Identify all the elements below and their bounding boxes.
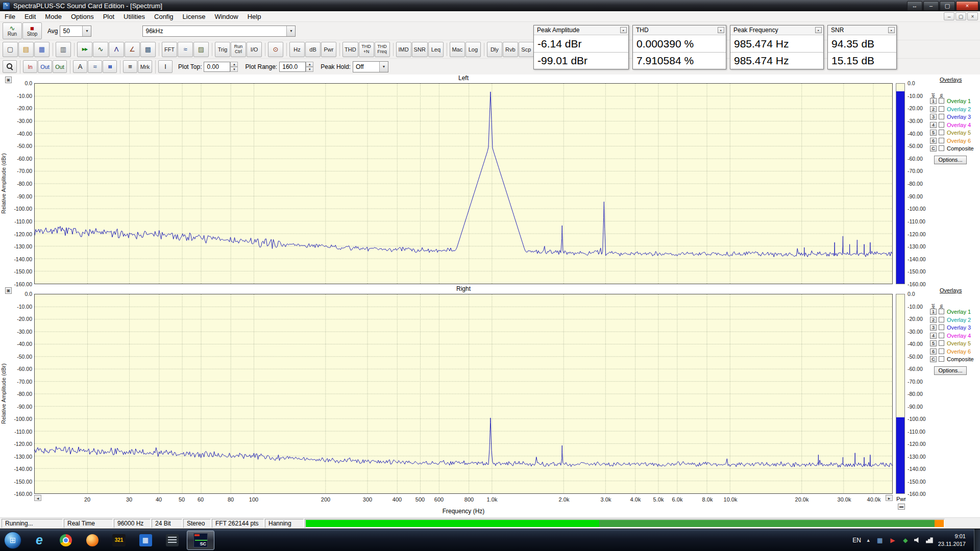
delay-button[interactable]: Dly <box>487 42 502 57</box>
input-channel-button[interactable]: In <box>23 60 37 73</box>
tray-red-icon[interactable]: ▶ <box>889 537 897 544</box>
taskbar-firefox[interactable] <box>81 531 104 550</box>
tray-language[interactable]: EN <box>852 537 861 544</box>
open-file-button[interactable]: ▤ <box>18 42 34 57</box>
log-button[interactable]: Log <box>465 42 481 57</box>
panel-close-button[interactable]: ▪ <box>888 27 895 33</box>
hz-button[interactable]: Hz <box>289 42 305 57</box>
phase-view-button[interactable]: ∠ <box>125 42 140 57</box>
left-spectrum-plot[interactable] <box>34 83 893 284</box>
maximize-button[interactable]: ▢ <box>940 1 955 11</box>
plot-range-spinner[interactable]: ▲▼ <box>306 62 313 72</box>
overlay-on-checkbox[interactable] <box>939 98 944 104</box>
thd-n-button[interactable]: THD +N <box>359 42 374 57</box>
taskbar-chrome[interactable] <box>54 531 78 550</box>
macro-button[interactable]: Mac <box>450 42 465 57</box>
panel-close-button[interactable]: ▪ <box>620 27 627 33</box>
start-button[interactable]: ⊞ <box>4 532 21 549</box>
zoom-button[interactable] <box>3 60 17 73</box>
child-close-button[interactable]: × <box>967 12 978 20</box>
thd-freq-button[interactable]: THD Freq <box>375 42 390 57</box>
marker-list-button[interactable]: ≡ <box>123 60 137 73</box>
run-button[interactable]: ∿ Run <box>3 22 22 39</box>
taskbar-spectraplus-active[interactable]: SC <box>187 531 214 550</box>
overlay-on-checkbox[interactable] <box>939 340 944 346</box>
overlay-on-checkbox[interactable] <box>939 356 944 362</box>
overlay-on-checkbox[interactable] <box>939 309 944 314</box>
show-desktop-button[interactable] <box>974 529 980 551</box>
overlay-on-checkbox[interactable] <box>939 348 944 354</box>
taskbar-ie[interactable]: e <box>28 531 51 550</box>
imd-button[interactable]: IMD <box>396 42 411 57</box>
overlays-options-button[interactable]: Options... <box>934 156 967 164</box>
plot-range-input[interactable]: 160.0 <box>279 62 306 72</box>
tray-volume-icon[interactable] <box>914 537 921 543</box>
child-minimize-button[interactable]: – <box>944 12 954 20</box>
overlay-on-checkbox[interactable] <box>939 333 944 338</box>
reverb-button[interactable]: Rvb <box>503 42 518 57</box>
minimize-button[interactable]: – <box>923 1 939 11</box>
menu-license[interactable]: License <box>178 12 210 21</box>
thd-button[interactable]: THD <box>342 42 358 57</box>
menu-options[interactable]: Options <box>66 12 99 21</box>
output-channel-button[interactable]: Out <box>38 60 52 73</box>
overlay-on-checkbox[interactable] <box>939 145 944 151</box>
taskbar-list-app[interactable] <box>160 531 184 550</box>
plot-top-spinner[interactable]: ▲▼ <box>230 62 238 72</box>
print-button[interactable]: ▥ <box>56 42 71 57</box>
db-button[interactable]: dB <box>305 42 321 57</box>
child-restore-button[interactable]: ▢ <box>955 12 966 20</box>
overlay-on-checkbox[interactable] <box>939 130 944 135</box>
tray-network-icon[interactable] <box>926 537 933 543</box>
overlay-on-checkbox[interactable] <box>939 317 944 322</box>
cursor-button[interactable]: I <box>158 60 173 73</box>
overlay-set-button[interactable]: 1 <box>930 309 937 315</box>
save-button[interactable]: ▦ <box>34 42 50 57</box>
fft-settings-button[interactable]: FFT <box>162 42 177 57</box>
signal-generator-button[interactable]: ⊙ <box>268 42 283 57</box>
overlay-on-checkbox[interactable] <box>939 106 944 112</box>
octave-bars-button[interactable]: ▮▮ <box>103 60 117 73</box>
menu-file[interactable]: File <box>0 12 20 21</box>
leq-button[interactable]: Leq <box>428 42 444 57</box>
samplerate-select[interactable]: 96kHz ▼ <box>142 26 296 37</box>
time-plot-button[interactable]: ≈ <box>178 42 193 57</box>
close-button[interactable]: × <box>956 1 978 11</box>
overlays-options-button[interactable]: Options... <box>934 366 967 375</box>
panel-close-button[interactable]: ▪ <box>718 27 724 33</box>
tray-clock[interactable]: 9:01 23.11.2017 <box>938 533 966 547</box>
output2-channel-button[interactable]: Out <box>53 60 67 73</box>
stop-button[interactable]: ■ Stop <box>22 22 42 39</box>
overlay-set-button[interactable]: 1 <box>930 98 937 104</box>
taskbar-countdown[interactable]: 321 <box>107 531 131 550</box>
scope-button[interactable]: Scp <box>519 42 534 57</box>
overlay-on-checkbox[interactable] <box>939 138 944 143</box>
menu-help[interactable]: Help <box>243 12 266 21</box>
smoothing-button[interactable]: ≈ <box>88 60 102 73</box>
pwr-button[interactable]: Pwr <box>321 42 336 57</box>
tray-expand-icon[interactable]: ▲ <box>866 538 871 543</box>
new-file-button[interactable]: ▢ <box>3 42 18 57</box>
menu-config[interactable]: Config <box>150 12 178 21</box>
marker-button[interactable]: Mrk <box>138 60 152 73</box>
menu-window[interactable]: Window <box>210 12 242 21</box>
x-scroll-left-button[interactable]: ◀ <box>34 495 41 501</box>
menu-utilities[interactable]: Utilities <box>119 12 150 21</box>
menu-plot[interactable]: Plot <box>99 12 119 21</box>
snr-button[interactable]: SNR <box>412 42 428 57</box>
calibration-button[interactable]: A <box>73 60 87 73</box>
trigger-button[interactable]: Trig <box>215 42 230 57</box>
menu-mode[interactable]: Mode <box>40 12 66 21</box>
time-series-button[interactable]: ∿ <box>93 42 108 57</box>
run-control-button[interactable]: Run Ctrl <box>231 42 246 57</box>
window-extra-icon[interactable]: ↔ <box>907 1 922 11</box>
tray-green-icon[interactable]: ◆ <box>901 537 910 544</box>
pwr-collapse-button[interactable]: ▬ <box>898 504 905 510</box>
tray-display-icon[interactable]: ▦ <box>876 537 884 544</box>
io-button[interactable]: I/O <box>247 42 262 57</box>
right-spectrum-plot[interactable] <box>34 294 893 494</box>
spectrogram-button[interactable]: ▩ <box>140 42 156 57</box>
taskbar-blue-app[interactable]: ▦ <box>134 531 157 550</box>
overlay-on-checkbox[interactable] <box>939 324 944 330</box>
spectrum-view-button[interactable]: Λ <box>109 42 124 57</box>
